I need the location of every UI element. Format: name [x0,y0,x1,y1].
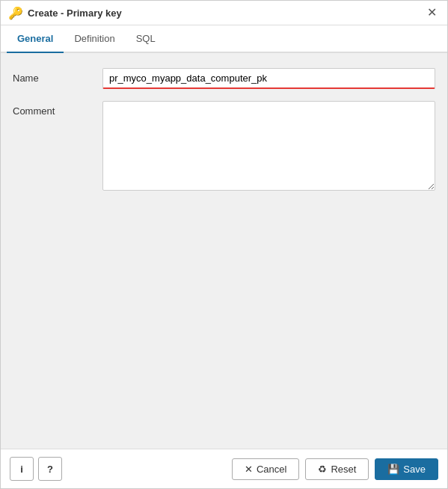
comment-textarea[interactable] [102,101,435,191]
title-bar: 🔑 Create - Primary key ✕ [1,1,447,25]
close-button[interactable]: ✕ [424,5,440,20]
comment-textarea-wrap [102,101,435,193]
reset-label: Reset [331,464,356,475]
reset-icon: ♻ [318,464,327,475]
save-icon: 💾 [387,464,399,475]
dialog-container: 🔑 Create - Primary key ✕ General Definit… [0,0,448,489]
dialog-footer: i ? ✕ Cancel ♻ Reset 💾 Save [1,449,447,488]
key-icon: 🔑 [8,6,23,20]
comment-label: Comment [13,101,102,117]
footer-left: i ? [10,457,62,481]
save-button[interactable]: 💾 Save [375,458,438,480]
name-label: Name [13,68,102,84]
name-input[interactable] [102,68,435,89]
cancel-button[interactable]: ✕ Cancel [232,458,299,480]
dialog-body: Name Comment [1,53,447,449]
help-button[interactable]: ? [38,457,62,481]
cancel-label: Cancel [257,464,286,475]
name-input-wrap [102,68,435,89]
tab-bar: General Definition SQL [1,25,447,53]
info-button[interactable]: i [10,457,34,481]
tab-sql[interactable]: SQL [126,25,166,53]
tab-general[interactable]: General [7,25,64,53]
reset-button[interactable]: ♻ Reset [305,458,369,480]
title-text: Create - Primary key [28,7,122,19]
tab-definition[interactable]: Definition [64,25,125,53]
cancel-icon: ✕ [245,464,253,475]
dialog-title: 🔑 Create - Primary key [8,6,122,20]
name-row: Name [13,68,435,89]
footer-right: ✕ Cancel ♻ Reset 💾 Save [232,458,438,480]
comment-row: Comment [13,101,435,193]
save-label: Save [403,464,426,475]
